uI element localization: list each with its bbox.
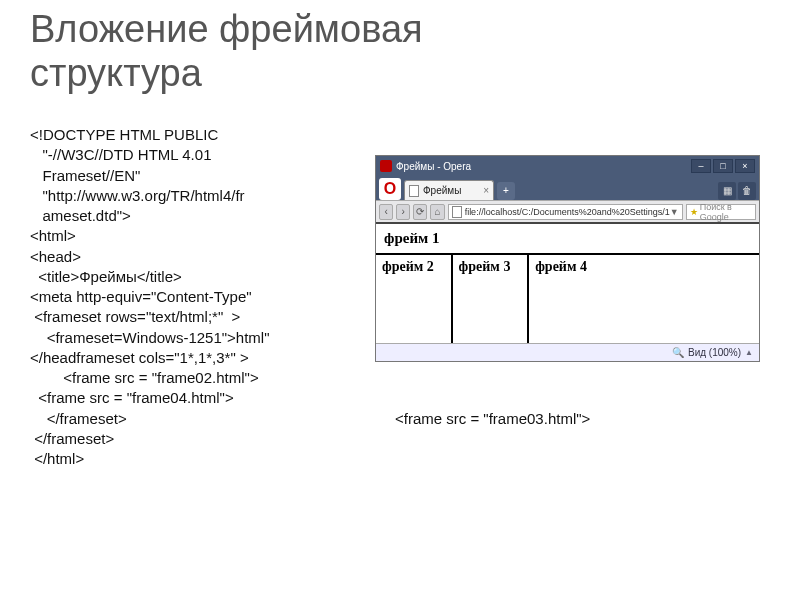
frame-3: фрейм 3 bbox=[453, 255, 530, 343]
back-button[interactable]: ‹ bbox=[379, 204, 393, 220]
page-icon bbox=[452, 206, 462, 218]
search-placeholder: Поиск в Google bbox=[700, 202, 752, 222]
titlebar: Фреймы - Opera – □ × bbox=[376, 156, 759, 176]
forward-button[interactable]: › bbox=[396, 204, 410, 220]
reload-button[interactable]: ⟳ bbox=[413, 204, 427, 220]
zoom-icon[interactable]: 🔍 bbox=[672, 347, 684, 358]
window-title: Фреймы - Opera bbox=[396, 161, 689, 172]
title-line-1: Вложение фреймовая bbox=[30, 8, 423, 50]
tab-close-icon[interactable]: × bbox=[483, 185, 489, 196]
zoom-label[interactable]: Вид (100%) bbox=[688, 347, 741, 358]
browser-tab[interactable]: Фреймы × bbox=[404, 180, 494, 200]
trash-icon[interactable]: 🗑 bbox=[738, 182, 756, 200]
zoom-dropdown-icon[interactable]: ▲ bbox=[745, 348, 753, 357]
opera-app-icon bbox=[380, 160, 392, 172]
new-tab-button[interactable]: + bbox=[497, 182, 515, 200]
frame-2: фрейм 2 bbox=[376, 255, 453, 343]
code-extra-line: <frame src = "frame03.html"> bbox=[395, 410, 590, 427]
slide-title: Вложение фреймовая структура bbox=[30, 8, 423, 95]
tab-label: Фреймы bbox=[423, 185, 461, 196]
close-button[interactable]: × bbox=[735, 159, 755, 173]
frame-1: фрейм 1 bbox=[376, 224, 759, 253]
opera-menu-icon[interactable]: O bbox=[379, 178, 401, 200]
frame-row: фрейм 2 фрейм 3 фрейм 4 bbox=[376, 253, 759, 343]
maximize-button[interactable]: □ bbox=[713, 159, 733, 173]
url-dropdown-icon[interactable]: ▼ bbox=[670, 207, 679, 217]
url-field[interactable]: file://localhost/C:/Documents%20and%20Se… bbox=[448, 204, 683, 220]
page-content: фрейм 1 фрейм 2 фрейм 3 фрейм 4 bbox=[376, 222, 759, 343]
title-line-2: структура bbox=[30, 52, 202, 94]
tab-bar: O Фреймы × + ▦ 🗑 bbox=[376, 176, 759, 200]
browser-window: Фреймы - Opera – □ × O Фреймы × + ▦ 🗑 ‹ … bbox=[375, 155, 760, 362]
panel-icon[interactable]: ▦ bbox=[718, 182, 736, 200]
document-icon bbox=[409, 185, 419, 197]
search-field[interactable]: ★ Поиск в Google bbox=[686, 204, 756, 220]
star-icon: ★ bbox=[690, 207, 698, 217]
home-button[interactable]: ⌂ bbox=[430, 204, 444, 220]
frame-4: фрейм 4 bbox=[529, 255, 759, 343]
url-text: file://localhost/C:/Documents%20and%20Se… bbox=[465, 207, 670, 217]
minimize-button[interactable]: – bbox=[691, 159, 711, 173]
status-bar: 🔍 Вид (100%) ▲ bbox=[376, 343, 759, 361]
address-bar: ‹ › ⟳ ⌂ file://localhost/C:/Documents%20… bbox=[376, 200, 759, 222]
tab-tools: ▦ 🗑 bbox=[718, 182, 756, 200]
code-listing: <!DOCTYPE HTML PUBLIC "-//W3C//DTD HTML … bbox=[30, 125, 365, 469]
